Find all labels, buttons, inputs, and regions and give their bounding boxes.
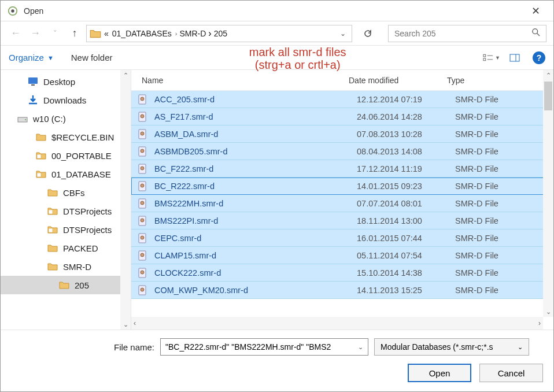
close-button[interactable]: ✕ bbox=[522, 2, 549, 20]
list-hscrollbar[interactable]: ‹ › bbox=[131, 317, 543, 330]
crumb-2[interactable]: 205 bbox=[214, 29, 227, 38]
scroll-up-icon[interactable]: ⌃ bbox=[543, 70, 553, 80]
scroll-down-icon[interactable]: ⌄ bbox=[120, 319, 131, 330]
folder-icon bbox=[47, 242, 58, 254]
folder-marked-icon bbox=[47, 205, 58, 217]
tree-node[interactable]: $RECYCLE.BIN bbox=[1, 128, 131, 146]
tree-label: DTSProjects bbox=[63, 225, 112, 235]
file-type: SMR-D File bbox=[455, 112, 553, 121]
address-dropdown[interactable]: ⌄ bbox=[337, 29, 349, 38]
filter-label: Modular Databases (*.smr-c;*.s bbox=[381, 342, 493, 352]
search-box[interactable] bbox=[388, 25, 546, 42]
address-bar[interactable]: « 01_DATABASEs › SMR-D› 205 ⌄ bbox=[86, 25, 352, 42]
filename-value: "BC_R222.smr-d" "BMS222MH.smr-d" "BMS2 bbox=[165, 342, 331, 352]
file-row[interactable]: ASBM_DA.smr-d07.08.2013 10:28SMR-D File bbox=[131, 125, 553, 143]
file-row[interactable]: CEPC.smr-d16.01.2015 07:44SMR-D File bbox=[131, 230, 553, 247]
crumb-1[interactable]: SMR-D bbox=[179, 29, 206, 38]
file-row[interactable]: AS_F217.smr-d24.06.2014 14:28SMR-D File bbox=[131, 108, 553, 125]
tree-node[interactable]: 205 bbox=[1, 276, 131, 294]
file-type: SMR-D File bbox=[455, 130, 553, 139]
navigation-row: ← → ˅ ↑ « 01_DATABASEs › SMR-D› 205 ⌄ bbox=[1, 21, 553, 46]
file-row[interactable]: ASBMDB205.smr-d08.04.2013 14:08SMR-D Fil… bbox=[131, 143, 553, 160]
help-button[interactable]: ? bbox=[533, 51, 545, 64]
chevron-down-icon[interactable]: ⌄ bbox=[354, 343, 363, 351]
svg-rect-14 bbox=[37, 154, 41, 158]
file-type: SMR-D File bbox=[455, 286, 553, 295]
scroll-left-icon[interactable]: ‹ bbox=[134, 319, 136, 327]
open-button[interactable]: Open bbox=[408, 364, 471, 382]
crumb-0[interactable]: 01_DATABASEs bbox=[112, 29, 172, 38]
tree-node[interactable]: 00_PORTABLE bbox=[1, 146, 131, 165]
tree-label: Downloads bbox=[43, 95, 86, 105]
scroll-down-icon[interactable]: ⌄ bbox=[543, 306, 553, 317]
tree-node[interactable]: DTSProjects bbox=[1, 202, 131, 220]
search-input[interactable] bbox=[394, 29, 532, 38]
svg-point-33 bbox=[141, 219, 144, 222]
folder-marked-icon bbox=[35, 168, 47, 180]
tree-node[interactable]: PACKED bbox=[1, 239, 131, 257]
refresh-button[interactable] bbox=[359, 25, 376, 42]
annotation-line2: (strg+a or crtl+a) bbox=[112, 58, 483, 71]
svg-point-13 bbox=[25, 119, 26, 120]
folder-icon bbox=[58, 279, 70, 291]
file-name: BMS222PI.smr-d bbox=[154, 216, 357, 225]
file-name: CLAMP15.smr-d bbox=[154, 251, 357, 260]
file-icon bbox=[137, 180, 149, 192]
search-icon bbox=[532, 28, 540, 39]
cancel-button[interactable]: Cancel bbox=[479, 364, 543, 382]
file-date: 12.12.2014 07:19 bbox=[357, 95, 455, 104]
file-row[interactable]: CLAMP15.smr-d05.11.2014 07:54SMR-D File bbox=[131, 247, 553, 264]
file-row[interactable]: CLOCK222.smr-d15.10.2014 14:38SMR-D File bbox=[131, 264, 553, 282]
scroll-thumb[interactable] bbox=[544, 82, 552, 110]
file-date: 14.01.2015 09:23 bbox=[357, 182, 455, 191]
tree-node[interactable]: DTSProjects bbox=[1, 220, 131, 239]
folder-icon bbox=[89, 27, 102, 40]
open-dialog: Open ✕ ← → ˅ ↑ « 01_DATABASEs › SMR-D› 2… bbox=[0, 0, 554, 392]
file-row[interactable]: BMS222MH.smr-d07.07.2014 08:01SMR-D File bbox=[131, 195, 553, 212]
drive-icon bbox=[17, 113, 28, 124]
filetype-filter[interactable]: Modular Databases (*.smr-c;*.s ⌄ bbox=[374, 338, 529, 356]
breadcrumb-prefix[interactable]: « 01_DATABASEs › bbox=[104, 29, 177, 38]
preview-pane-button[interactable] bbox=[506, 50, 523, 65]
svg-rect-10 bbox=[28, 77, 38, 84]
svg-rect-16 bbox=[49, 210, 53, 214]
forward-button[interactable]: → bbox=[27, 25, 43, 42]
tree-node[interactable]: Desktop bbox=[1, 72, 131, 91]
tree-node[interactable]: CBFs bbox=[1, 183, 131, 202]
tree-node[interactable]: w10 (C:) bbox=[1, 109, 131, 128]
back-button[interactable]: ← bbox=[8, 25, 24, 42]
file-row[interactable]: BC_F222.smr-d17.12.2014 11:19SMR-D File bbox=[131, 160, 553, 177]
up-button[interactable]: ↑ bbox=[67, 25, 83, 42]
organize-menu[interactable]: Organize ▼ bbox=[9, 53, 54, 62]
file-icon bbox=[137, 163, 149, 175]
tree-label: 01_DATABASE bbox=[51, 169, 111, 179]
filename-input[interactable]: "BC_R222.smr-d" "BMS222MH.smr-d" "BMS2 ⌄ bbox=[160, 338, 368, 356]
file-row[interactable]: ACC_205.smr-d12.12.2014 07:19SMR-D File bbox=[131, 91, 553, 108]
app-icon bbox=[8, 6, 18, 16]
list-vscrollbar[interactable]: ⌃ ⌄ bbox=[543, 70, 553, 317]
file-row[interactable]: BC_R222.smr-d14.01.2015 09:23SMR-D File bbox=[131, 177, 553, 195]
recent-dropdown[interactable]: ˅ bbox=[47, 25, 63, 42]
file-date: 15.10.2014 14:38 bbox=[357, 268, 455, 278]
scroll-up-icon[interactable]: ⌃ bbox=[120, 70, 131, 80]
scroll-right-icon[interactable]: › bbox=[538, 319, 541, 327]
column-name[interactable]: Name bbox=[142, 76, 349, 85]
new-folder-button[interactable]: New folder bbox=[71, 53, 113, 62]
file-row[interactable]: COM_KWP_KM20.smr-d14.11.2013 15:25SMR-D … bbox=[131, 282, 553, 299]
file-date: 05.11.2014 07:54 bbox=[357, 251, 455, 260]
svg-point-41 bbox=[141, 288, 144, 291]
tree-node[interactable]: Downloads bbox=[1, 91, 131, 109]
column-type[interactable]: Type bbox=[447, 76, 553, 85]
column-date[interactable]: Date modified bbox=[349, 76, 447, 85]
folder-icon bbox=[47, 261, 58, 272]
file-row[interactable]: BMS222PI.smr-d18.11.2014 13:00SMR-D File bbox=[131, 212, 553, 230]
tree-node[interactable]: SMR-D bbox=[1, 257, 131, 276]
file-list: Name Date modified Type ACC_205.smr-d12.… bbox=[131, 70, 553, 330]
tree-scrollbar[interactable]: ⌃ ⌄ bbox=[120, 70, 131, 330]
folder-icon bbox=[35, 131, 47, 143]
file-icon bbox=[137, 267, 149, 279]
tree-node[interactable]: 01_DATABASE bbox=[1, 165, 131, 183]
file-icon bbox=[137, 146, 149, 157]
svg-point-2 bbox=[533, 28, 538, 34]
view-mode-button[interactable]: ▼ bbox=[483, 50, 500, 65]
